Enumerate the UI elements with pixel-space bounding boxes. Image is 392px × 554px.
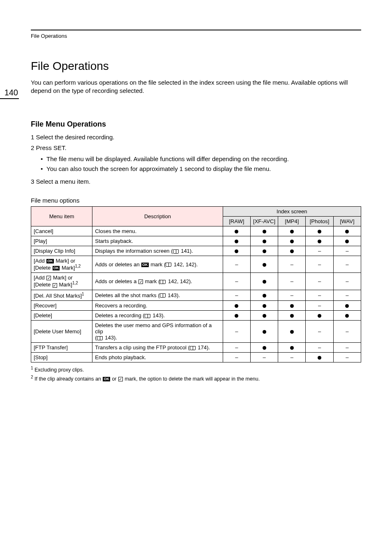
check-mark-icon (118, 377, 123, 381)
dot-icon (235, 240, 238, 243)
availability-cell: – (333, 273, 361, 290)
ok-mark-icon: OK (103, 377, 110, 381)
dot-icon (290, 304, 294, 308)
availability-cell (223, 310, 250, 320)
check-mark-icon (138, 279, 143, 284)
top-rule (31, 30, 361, 30)
availability-cell (223, 246, 250, 256)
step-3: 3 Select a menu item. (31, 177, 361, 187)
dot-icon (263, 314, 266, 318)
menu-item-cell: [Add OK Mark] or[Delete OK Mark]1,2 (31, 256, 92, 273)
description-cell: Deletes all the shot marks ( 143). (92, 290, 223, 300)
bullet-icon: • (41, 155, 46, 164)
footnote-2: 2 If the clip already contains an OK or … (31, 374, 361, 383)
menu-item-cell: [Stop] (31, 352, 92, 362)
col-index-screen: Index screen (223, 207, 361, 217)
page-ref-icon (166, 263, 171, 267)
availability-cell: – (223, 342, 250, 352)
availability-cell: – (333, 352, 361, 362)
dot-icon (263, 304, 266, 308)
availability-cell (223, 300, 250, 310)
dot-icon (263, 263, 266, 267)
description-cell: Closes the menu. (92, 226, 223, 236)
availability-cell: – (278, 352, 306, 362)
availability-cell (250, 310, 278, 320)
availability-cell: – (306, 290, 333, 300)
running-head: File Operations (31, 33, 361, 39)
availability-cell: – (223, 320, 250, 342)
availability-cell: – (333, 342, 361, 352)
dot-icon (290, 230, 294, 233)
dot-icon (318, 230, 321, 233)
dot-icon (345, 304, 349, 308)
table-caption: File menu options (31, 197, 361, 204)
availability-cell: – (333, 256, 361, 273)
availability-cell: – (278, 256, 306, 273)
availability-cell (278, 246, 306, 256)
dot-icon (290, 240, 294, 243)
page-ref-icon (145, 314, 150, 318)
description-cell: Ends photo playback. (92, 352, 223, 362)
description-cell: Starts playback. (92, 236, 223, 246)
table-row: [Recover]Recovers a recording.– (31, 300, 361, 310)
availability-cell: – (306, 300, 333, 310)
dot-icon (290, 346, 294, 350)
availability-cell: – (306, 342, 333, 352)
step-1: 1 Select the desired recording. (31, 133, 361, 142)
dot-icon (235, 304, 238, 308)
page-ref-icon (190, 346, 196, 350)
col-mp4: [MP4] (278, 217, 306, 226)
dot-icon (263, 280, 266, 284)
bullet-icon: • (41, 164, 46, 174)
availability-cell (223, 226, 250, 236)
col-xfavc: [XF-AVC] (250, 217, 278, 226)
availability-cell: – (223, 352, 250, 362)
availability-cell (306, 236, 333, 246)
menu-item-cell: [Delete] (31, 310, 92, 320)
dot-icon (263, 294, 266, 298)
table-row: [Delete User Memo]Deletes the user memo … (31, 320, 361, 342)
availability-cell (250, 256, 278, 273)
menu-item-cell: [Display Clip Info] (31, 246, 92, 256)
description-cell: Displays the information screen ( 141). (92, 246, 223, 256)
page-ref-icon (160, 280, 166, 284)
availability-cell: – (333, 246, 361, 256)
dot-icon (263, 249, 266, 253)
availability-cell (278, 320, 306, 342)
availability-cell (278, 236, 306, 246)
availability-cell (250, 342, 278, 352)
availability-cell: – (306, 320, 333, 342)
page-ref-icon (160, 293, 166, 298)
dot-icon (318, 240, 321, 243)
availability-cell (333, 310, 361, 320)
description-cell: Deletes the user memo and GPS informatio… (92, 320, 223, 342)
availability-cell: – (223, 290, 250, 300)
col-wav: [WAV] (333, 217, 361, 226)
dot-icon (263, 330, 266, 334)
availability-cell (278, 226, 306, 236)
availability-cell: – (223, 256, 250, 273)
table-row: [Cancel]Closes the menu. (31, 226, 361, 236)
availability-cell (306, 352, 333, 362)
availability-cell (250, 236, 278, 246)
table-row: [Add Mark] or[Delete Mark]1,2Adds or del… (31, 273, 361, 290)
menu-item-cell: [Recover] (31, 300, 92, 310)
availability-cell (278, 342, 306, 352)
file-menu-table: Menu item Description Index screen [RAW]… (31, 206, 361, 362)
description-cell: Deletes a recording ( 143). (92, 310, 223, 320)
section-heading: File Menu Operations (31, 120, 361, 129)
table-row: [Delete]Deletes a recording ( 143). (31, 310, 361, 320)
availability-cell: – (278, 273, 306, 290)
page-ref-icon (173, 249, 179, 254)
availability-cell: – (278, 290, 306, 300)
availability-cell: – (223, 273, 250, 290)
availability-cell: – (306, 256, 333, 273)
availability-cell (278, 310, 306, 320)
availability-cell: – (250, 352, 278, 362)
step-2-bullet-1: • The file menu will be displayed. Avail… (41, 155, 361, 164)
col-raw: [RAW] (223, 217, 250, 226)
dot-icon (235, 314, 238, 318)
dot-icon (263, 240, 266, 243)
availability-cell (250, 226, 278, 236)
availability-cell (250, 300, 278, 310)
